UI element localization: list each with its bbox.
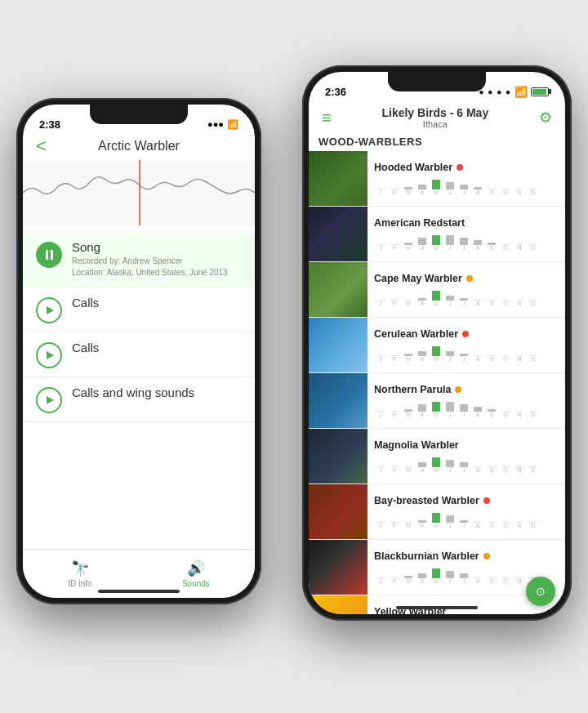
bird-chart-4: JFMAMJJASOND [374,399,559,417]
bird-item-5[interactable]: Magnolia WarblerJFMAMJJASOND [309,429,565,484]
play-button-2[interactable] [36,342,62,368]
month-lbl-3-10: N [513,356,526,362]
pause-button[interactable] [36,242,62,268]
month-lbl-4-3: A [416,412,429,417]
bird-chart-5: JFMAMJJASOND [374,454,559,473]
month-lbl-0-0: J [374,189,387,195]
waveform[interactable] [23,160,255,225]
bird-item-1[interactable]: American RedstartJFMAMJJASOND [309,207,565,262]
p2-title: Likely Birds - 6 May [381,106,488,119]
month-lbl-0-6: J [457,189,470,195]
bar-0-5 [446,182,454,189]
bird-item-6[interactable]: Bay-breasted WarblerJFMAMJJASOND [309,484,565,540]
month-labels-2: JFMAMJJASOND [374,301,559,306]
month-lbl-6-8: S [485,523,498,528]
bird-dot-4 [455,386,461,393]
bar-2-4 [432,291,440,301]
month-lbl-2-8: S [485,301,498,306]
track-wing-info: Calls and wing sounds [72,385,242,401]
bird-list-inner: Hooded WarblerJFMAMJJASONDAmerican Redst… [309,151,565,614]
bird-item-2[interactable]: Cape May WarblerJFMAMJJASOND [309,262,565,318]
nav-id-info[interactable]: 🔭 ID Info [68,559,91,588]
nav-id-label: ID Info [68,579,91,588]
phone-1: 2:38 ●●● 📶 < Arctic Warbler [16,98,261,604]
p1-title: Arctic Warbler [98,139,180,154]
location-fab[interactable]: ⊙ [526,577,555,606]
track-calls-2[interactable]: Calls [23,332,255,377]
play-button-3[interactable] [36,387,62,413]
month-lbl-2-7: A [471,301,484,306]
month-lbl-2-11: D [527,301,540,306]
bars-2 [374,287,559,301]
bird-image-2 [309,262,368,317]
month-lbl-4-9: O [499,412,512,417]
play-icon-2 [47,351,54,359]
track-song-meta2: Location: Alaska, United States, June 20… [72,267,242,279]
month-lbl-0-5: J [443,189,457,195]
track-calls-2-info: Calls [72,341,242,356]
bird-name-4: Northern Parula [374,384,451,395]
month-lbl-1-11: D [527,245,540,251]
bar-1-3 [418,238,426,245]
month-lbl-6-10: N [513,523,526,528]
bird-image-5 [309,429,368,484]
month-lbl-0-4: M [430,189,443,195]
bar-7-5 [446,571,454,578]
bird-name-row-3: Cerulean Warbler [374,328,559,340]
month-lbl-5-2: M [402,467,415,473]
month-lbl-0-3: A [416,189,429,195]
filter-icon[interactable]: ⚙ [539,109,552,127]
track-song-meta1: Recorded by: Andrew Spencer [72,256,242,267]
compass-icon: ⊙ [536,585,546,598]
bird-info-3: Cerulean WarblerJFMAMJJASOND [368,318,565,372]
month-lbl-2-5: J [443,301,457,306]
month-lbl-7-2: M [402,578,415,584]
month-lbl-6-9: O [499,523,512,528]
bars-4 [374,399,559,412]
bird-item-4[interactable]: Northern ParulaJFMAMJJASOND [309,373,565,429]
bar-5-4 [432,457,440,467]
bird-item-8[interactable]: Yellow WarblerJFMAMJJASOND [309,595,565,614]
month-lbl-6-7: A [471,523,484,528]
bars-1 [374,232,559,245]
bird-name-row-1: American Redstart [374,217,559,229]
bars-3 [374,343,559,356]
back-button[interactable]: < [36,136,47,157]
scene: 2:38 ●●● 📶 < Arctic Warbler [0,0,588,713]
nav-sounds[interactable]: 🔊 Sounds [182,559,210,588]
bird-item-0[interactable]: Hooded WarblerJFMAMJJASOND [309,151,565,207]
phone-1-screen: 2:38 ●●● 📶 < Arctic Warbler [23,105,255,598]
month-labels-0: JFMAMJJASOND [374,189,559,195]
bird-image-1 [309,207,368,261]
month-lbl-2-4: M [430,301,443,306]
home-bar-2 [396,606,478,609]
bird-item-3[interactable]: Cerulean WarblerJFMAMJJASOND [309,318,565,373]
bar-4-3 [418,404,426,412]
month-lbl-5-5: J [443,467,457,473]
menu-icon[interactable]: ≡ [322,109,332,126]
bird-info-4: Northern ParulaJFMAMJJASOND [368,373,565,428]
bird-chart-6: JFMAMJJASOND [374,510,559,528]
month-lbl-4-10: N [513,412,526,417]
month-lbl-0-7: A [471,189,484,195]
track-calls-1[interactable]: Calls [23,287,255,332]
bar-3-4 [432,346,440,356]
wifi-icon: 📶 [227,119,238,130]
month-lbl-1-4: M [430,245,443,251]
bird-dot-0 [457,164,463,171]
bars-7 [374,565,559,578]
p2-header: ≡ Likely Birds - 6 May Ithaca ⚙ [309,103,565,134]
bird-dot-7 [483,553,490,559]
month-lbl-3-1: F [388,356,401,362]
bird-dot-2 [466,275,473,282]
bar-4-6 [460,404,468,412]
track-song[interactable]: Song Recorded by: Andrew Spencer Locatio… [23,232,255,287]
month-lbl-7-3: A [416,578,429,584]
month-lbl-3-6: J [457,356,470,362]
month-lbl-0-10: N [513,189,526,195]
track-wing[interactable]: Calls and wing sounds [23,377,255,422]
month-lbl-6-5: J [443,523,457,528]
bars-5 [374,454,559,467]
play-button-1[interactable] [36,297,62,323]
bird-list[interactable]: Hooded WarblerJFMAMJJASONDAmerican Redst… [309,151,565,614]
